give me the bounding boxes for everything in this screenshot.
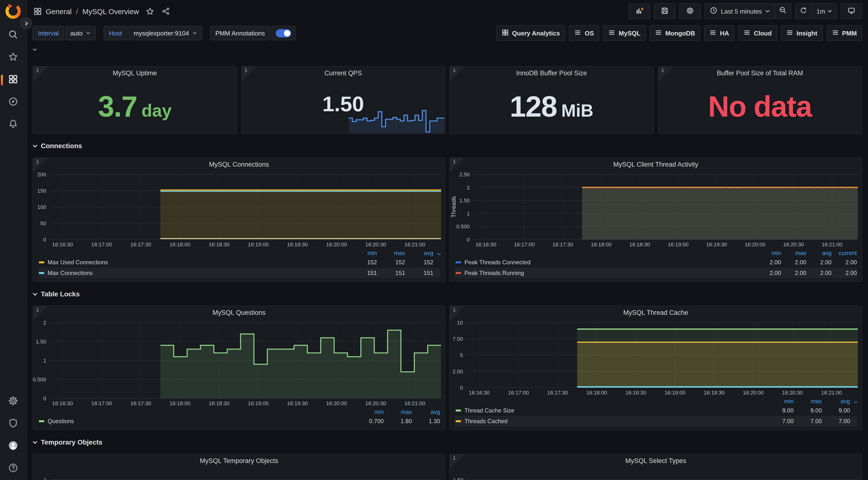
sidebar-item-explore[interactable] — [0, 91, 26, 114]
series-name[interactable]: Max Connections — [48, 270, 349, 276]
sidebar-item-help[interactable] — [0, 458, 26, 480]
legend: min max avg Max Used Connections 152 152… — [33, 249, 445, 281]
legend-row[interactable]: Threads Cached 7.00 7.00 7.00 — [455, 416, 857, 426]
annotations-toggle[interactable] — [271, 26, 296, 40]
link-insight[interactable]: Insight — [781, 25, 823, 41]
series-name[interactable]: Max Used Connections — [48, 259, 349, 266]
link-pmm[interactable]: PMM — [827, 25, 862, 41]
series-swatch[interactable] — [39, 420, 44, 422]
info-icon[interactable]: i — [242, 67, 256, 81]
link-cloud[interactable]: Cloud — [738, 25, 777, 41]
help-icon — [8, 463, 18, 475]
series-name[interactable]: Threads Cached — [464, 418, 765, 424]
svg-text:16:16:30: 16:16:30 — [475, 241, 496, 247]
svg-text:16:21:00: 16:21:00 — [404, 400, 425, 406]
legend-row[interactable]: Peak Threads Connected 2.00 2.00 2.00 2.… — [455, 257, 857, 268]
share-icon[interactable] — [162, 7, 169, 15]
legend-header[interactable]: min max avg current — [455, 249, 857, 257]
page-title[interactable]: MySQL Overview — [83, 7, 139, 15]
info-icon[interactable]: i — [33, 306, 48, 321]
info-icon[interactable]: i — [450, 454, 464, 469]
refresh-button[interactable] — [796, 4, 812, 19]
link-mysql[interactable]: MySQL — [603, 25, 646, 41]
interval-select[interactable]: auto — [65, 26, 96, 40]
breadcrumb-folder[interactable]: General — [46, 7, 72, 15]
series-name[interactable]: Questions — [48, 418, 355, 424]
panel-title[interactable]: MySQL Temporary Objects — [33, 454, 445, 467]
series-swatch[interactable] — [39, 272, 44, 274]
section-header-temporary-objects[interactable]: Temporary Objects — [33, 435, 862, 449]
time-series-plot[interactable]: 16:16:3016:17:0016:17:3016:18:0016:18:30… — [450, 171, 862, 249]
series-swatch[interactable] — [456, 410, 461, 412]
series-swatch[interactable] — [39, 262, 44, 264]
row-collapse-chevron[interactable] — [33, 44, 862, 56]
svg-text:16:19:00: 16:19:00 — [248, 241, 269, 247]
dashboard-settings-button[interactable] — [680, 3, 701, 19]
legend-row[interactable]: Questions 0.700 1.80 1.30 — [38, 416, 440, 426]
legend-row[interactable]: Max Used Connections 152 152 152 — [38, 257, 440, 268]
legend-header[interactable]: min max avg — [38, 408, 440, 416]
series-swatch[interactable] — [456, 262, 461, 264]
svg-text:16:19:00: 16:19:00 — [664, 390, 685, 396]
time-series-plot[interactable]: 16:16:3016:17:0016:17:3016:18:0016:18:30… — [450, 319, 862, 398]
svg-text:16:20:30: 16:20:30 — [782, 390, 803, 396]
legend-row[interactable]: Peak Threads Running 2.00 2.00 2.00 2.00 — [455, 268, 857, 278]
link-label: Insight — [797, 29, 817, 37]
panel-title[interactable]: MySQL Connections — [33, 158, 445, 171]
time-series-plot[interactable]: 16:16:3016:17:0016:17:3016:18:0016:18:30… — [33, 319, 445, 408]
sidebar-item-profile[interactable] — [0, 435, 26, 458]
section-header-connections[interactable]: Connections — [33, 138, 862, 153]
series-name[interactable]: Peak Threads Connected — [464, 259, 756, 266]
svg-text:16:18:00: 16:18:00 — [169, 241, 190, 247]
refresh-interval-dropdown[interactable]: 1m — [812, 4, 836, 19]
legend-row[interactable]: Thread Cache Size 9.00 9.00 9.00 — [455, 405, 857, 416]
legend-header[interactable]: min max avg — [455, 398, 857, 405]
time-series-plot[interactable]: 1.50 — [450, 467, 862, 480]
panel-title[interactable]: MySQL Client Thread Activity — [450, 158, 862, 171]
panel-title[interactable]: InnoDB Buffer Pool Size — [450, 67, 653, 79]
sidebar-item-alerting[interactable] — [0, 114, 26, 136]
panel-title[interactable]: MySQL Questions — [33, 306, 445, 319]
info-icon[interactable]: i — [450, 306, 464, 321]
star-dashboard-icon[interactable] — [146, 7, 154, 15]
panel-current-qps: i Current QPS 1.50 — [241, 66, 445, 134]
info-icon[interactable]: i — [33, 158, 48, 172]
save-dashboard-button[interactable] — [654, 3, 676, 19]
link-os[interactable]: OS — [569, 25, 599, 41]
info-icon[interactable]: i — [33, 67, 48, 81]
time-range-picker[interactable]: Last 5 minutes — [705, 4, 775, 19]
time-series-plot[interactable]: 1 — [33, 467, 445, 480]
info-icon[interactable]: i — [450, 67, 464, 81]
series-name[interactable]: Thread Cache Size — [464, 407, 765, 414]
link-ha[interactable]: HA — [704, 25, 735, 41]
info-icon[interactable]: i — [658, 67, 673, 81]
kiosk-mode-button[interactable] — [841, 3, 862, 19]
sidebar-item-dashboards[interactable] — [0, 69, 26, 91]
series-swatch[interactable] — [456, 420, 461, 422]
section-title: Table Locks — [41, 290, 80, 298]
panel-title[interactable]: Current QPS — [242, 67, 445, 79]
link-mongodb[interactable]: MongoDB — [650, 25, 701, 41]
panel-title[interactable]: MySQL Uptime — [33, 67, 237, 79]
panel-title[interactable]: Buffer Pool Size of Total RAM — [658, 67, 862, 79]
panel-title[interactable]: MySQL Select Types — [450, 454, 862, 467]
refresh-icon — [800, 6, 807, 16]
zoom-out-button[interactable] — [775, 4, 791, 19]
sidebar-item-security[interactable] — [0, 413, 26, 435]
time-series-plot[interactable]: 16:16:3016:17:0016:17:3016:18:0016:18:30… — [33, 171, 445, 249]
legend-header[interactable]: min max avg — [38, 249, 440, 257]
host-select[interactable]: mysqlexporter:9104 — [128, 26, 202, 40]
expand-sidebar-icon[interactable] — [21, 18, 32, 29]
stat-unit: day — [142, 101, 172, 121]
sidebar-item-settings[interactable] — [0, 390, 26, 413]
add-panel-button[interactable] — [629, 3, 650, 19]
section-header-table-locks[interactable]: Table Locks — [33, 287, 862, 301]
series-swatch[interactable] — [456, 272, 461, 274]
grafana-logo-icon[interactable] — [5, 3, 21, 20]
info-icon[interactable]: i — [450, 158, 464, 172]
legend-row[interactable]: Max Connections 151 151 151 — [38, 268, 440, 278]
link-query-analytics[interactable]: Query Analytics — [496, 25, 565, 41]
panel-title[interactable]: MySQL Thread Cache — [450, 306, 862, 319]
series-name[interactable]: Peak Threads Running — [464, 270, 756, 276]
sidebar-item-starred[interactable] — [0, 47, 26, 69]
